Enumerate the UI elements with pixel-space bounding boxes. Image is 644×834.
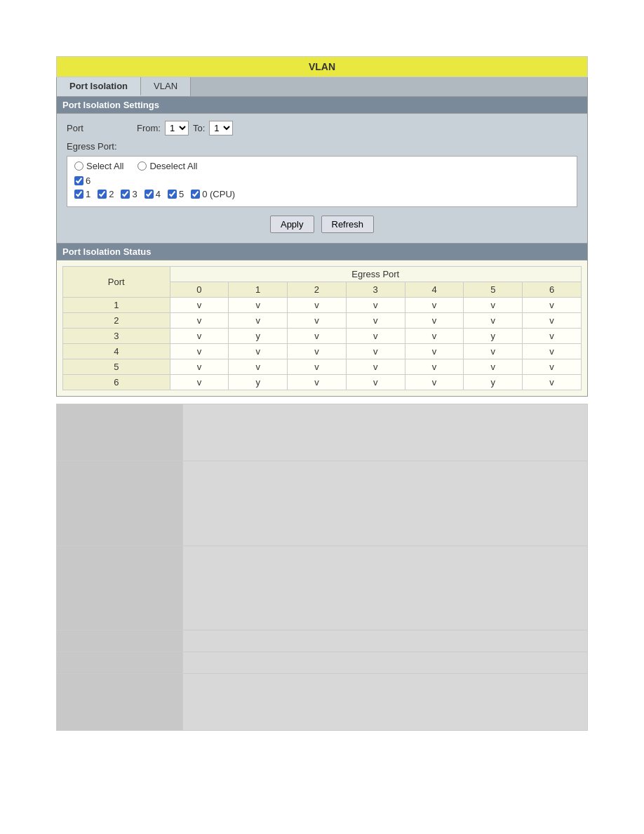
vlan-title-text: VLAN xyxy=(309,61,335,72)
tab-vlan[interactable]: VLAN xyxy=(141,77,191,96)
deselect-all-radio[interactable]: Deselect All xyxy=(137,161,197,171)
to-select[interactable]: 1 2 3 4 5 6 xyxy=(209,121,233,135)
deselect-all-label: Deselect All xyxy=(149,161,197,171)
col-header-5: 5 xyxy=(464,282,523,298)
checkbox-1[interactable]: 1 xyxy=(74,189,90,199)
data-cell: v xyxy=(229,344,288,359)
data-cell: v xyxy=(288,313,347,329)
table-row: 5vvvvvvv xyxy=(63,359,582,375)
checkbox-6[interactable]: 6 xyxy=(74,176,90,186)
data-cell: v xyxy=(405,359,464,375)
egress-port-col-header: Egress Port xyxy=(170,267,581,282)
data-cell: v xyxy=(170,329,229,344)
data-cell: v xyxy=(523,313,582,329)
data-cell: v xyxy=(170,344,229,359)
port-cell: 3 xyxy=(63,329,170,344)
data-cell: v xyxy=(288,344,347,359)
data-cell: v xyxy=(229,298,288,313)
status-section-header: Port Isolation Status xyxy=(56,244,588,260)
data-cell: v xyxy=(288,298,347,313)
lower-left-6 xyxy=(57,674,183,730)
lower-right-6 xyxy=(183,674,587,730)
table-row: 1vvvvvvv xyxy=(63,298,582,313)
tab-port-isolation[interactable]: Port Isolation xyxy=(57,77,141,96)
data-cell: v xyxy=(464,359,523,375)
status-table-wrapper: Port Egress Port 0 1 2 3 4 5 6 1vvvvvv xyxy=(56,260,588,397)
data-cell: v xyxy=(523,298,582,313)
radio-row: Select All Deselect All xyxy=(74,161,570,171)
apply-button[interactable]: Apply xyxy=(270,216,314,233)
btn-row: Apply Refresh xyxy=(67,216,577,233)
from-label: From: xyxy=(137,123,161,133)
data-cell: v xyxy=(405,344,464,359)
port-cell: 2 xyxy=(63,313,170,329)
data-cell: v xyxy=(405,375,464,390)
table-row: 3vyvvvyv xyxy=(63,329,582,344)
data-cell: v xyxy=(346,329,405,344)
refresh-button[interactable]: Refresh xyxy=(321,216,375,233)
col-header-2: 2 xyxy=(288,282,347,298)
lower-row-3 xyxy=(57,546,587,630)
data-cell: y xyxy=(464,329,523,344)
select-all-label: Select All xyxy=(86,161,123,171)
data-cell: v xyxy=(346,298,405,313)
col-header-3: 3 xyxy=(346,282,405,298)
lower-row-4 xyxy=(57,630,587,652)
lower-row-5 xyxy=(57,652,587,674)
port-label: Port xyxy=(67,123,137,133)
to-label: To: xyxy=(193,123,205,133)
data-cell: y xyxy=(229,329,288,344)
lower-section xyxy=(56,404,588,731)
vlan-title: VLAN xyxy=(56,56,588,77)
lower-row-2 xyxy=(57,461,587,546)
checkbox-4[interactable]: 4 xyxy=(145,189,161,199)
lower-row-1 xyxy=(57,404,587,461)
data-cell: v xyxy=(523,329,582,344)
data-cell: v xyxy=(288,375,347,390)
data-cell: v xyxy=(170,298,229,313)
data-cell: v xyxy=(405,298,464,313)
lower-left-2 xyxy=(57,461,183,545)
checkbox-2[interactable]: 2 xyxy=(98,189,114,199)
egress-area: Select All Deselect All 6 xyxy=(67,156,577,207)
checkbox-5[interactable]: 5 xyxy=(168,189,184,199)
data-cell: v xyxy=(288,329,347,344)
col-header-1: 1 xyxy=(229,282,288,298)
port-row: Port From: 1 2 3 4 5 6 To: 1 2 3 4 xyxy=(67,121,577,135)
col-header-6: 6 xyxy=(523,282,582,298)
lower-right-4 xyxy=(183,630,587,651)
col-header-4: 4 xyxy=(405,282,464,298)
port-col-header: Port xyxy=(63,267,170,298)
data-cell: v xyxy=(346,344,405,359)
checkbox-row-2: 1 2 3 4 5 xyxy=(74,189,570,199)
from-select[interactable]: 1 2 3 4 5 6 xyxy=(165,121,189,135)
data-cell: v xyxy=(346,313,405,329)
data-cell: v xyxy=(170,375,229,390)
checkbox-3[interactable]: 3 xyxy=(121,189,137,199)
data-cell: v xyxy=(229,359,288,375)
port-cell: 5 xyxy=(63,359,170,375)
lower-right-5 xyxy=(183,652,587,673)
lower-left-5 xyxy=(57,652,183,673)
settings-body: Port From: 1 2 3 4 5 6 To: 1 2 3 4 xyxy=(56,114,588,244)
data-cell: v xyxy=(229,313,288,329)
data-cell: v xyxy=(464,344,523,359)
lower-right-1 xyxy=(183,404,587,461)
data-cell: v xyxy=(464,313,523,329)
lower-row-6 xyxy=(57,674,587,730)
settings-section-header: Port Isolation Settings xyxy=(56,97,588,114)
data-cell: v xyxy=(405,329,464,344)
select-all-radio[interactable]: Select All xyxy=(74,161,123,171)
egress-port-label: Egress Port: xyxy=(67,141,577,152)
data-cell: v xyxy=(523,359,582,375)
lower-right-2 xyxy=(183,461,587,545)
col-header-0: 0 xyxy=(170,282,229,298)
lower-left-1 xyxy=(57,404,183,461)
checkbox-0cpu[interactable]: 0 (CPU) xyxy=(191,189,235,199)
port-cell: 6 xyxy=(63,375,170,390)
data-cell: v xyxy=(346,375,405,390)
data-cell: v xyxy=(346,359,405,375)
checkbox-row-1: 6 xyxy=(74,176,570,186)
data-cell: v xyxy=(464,298,523,313)
data-cell: v xyxy=(170,359,229,375)
